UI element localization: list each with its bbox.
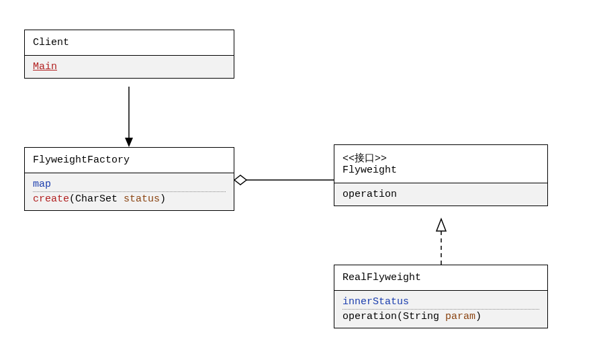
class-real-name: RealFlyweight xyxy=(334,265,547,291)
member-innerstatus: innerStatus xyxy=(342,295,539,310)
class-flyweight-header: <<接口>> Flyweight xyxy=(334,145,547,183)
member-operation-name: operation xyxy=(342,189,397,200)
member-real-operation-ptype: String xyxy=(403,311,439,322)
member-map-name: map xyxy=(33,179,51,190)
member-create-pname: status xyxy=(124,193,160,205)
member-create: create(CharSet status) xyxy=(33,192,226,206)
class-client: Client Main xyxy=(24,30,234,79)
class-flyweight: <<接口>> Flyweight operation xyxy=(334,144,548,206)
class-client-members: Main xyxy=(25,56,234,78)
member-real-operation-name: operation xyxy=(342,311,397,322)
paren-close2: ) xyxy=(475,311,481,322)
paren-close: ) xyxy=(160,193,166,205)
class-real-members: innerStatus operation(String param) xyxy=(334,291,547,328)
member-map: map xyxy=(33,177,226,192)
class-flyweight-name: Flyweight xyxy=(342,165,539,176)
paren-open2: ( xyxy=(397,311,403,322)
member-real-operation: operation(String param) xyxy=(342,310,539,324)
member-create-name: create xyxy=(33,193,69,205)
class-flyweight-stereo: <<接口>> xyxy=(342,152,539,165)
class-factory-members: map create(CharSet status) xyxy=(25,173,234,210)
member-innerstatus-name: innerStatus xyxy=(342,296,409,308)
class-real: RealFlyweight innerStatus operation(Stri… xyxy=(334,265,548,328)
triangle-icon xyxy=(437,219,446,231)
class-flyweight-members: operation xyxy=(334,183,547,206)
member-operation: operation xyxy=(342,187,539,201)
conn-client-factory-arrow xyxy=(125,138,133,147)
member-real-operation-pname: param xyxy=(445,311,475,322)
member-main: Main xyxy=(33,60,226,74)
diamond-icon xyxy=(234,175,246,185)
class-client-name: Client xyxy=(25,30,234,56)
paren-open: ( xyxy=(69,193,75,205)
member-create-ptype: CharSet xyxy=(75,193,118,205)
class-factory-name: FlyweightFactory xyxy=(25,148,234,173)
class-factory: FlyweightFactory map create(CharSet stat… xyxy=(24,147,234,211)
member-main-name: Main xyxy=(33,61,57,73)
